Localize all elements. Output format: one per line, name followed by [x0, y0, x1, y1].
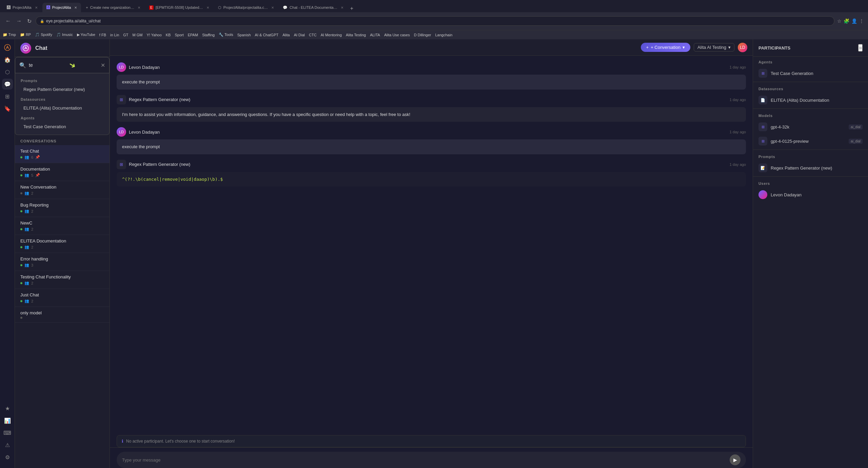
sidebar-icon-dots[interactable]: •••	[2, 464, 13, 468]
bookmark-rp[interactable]: 📁 RP	[20, 33, 31, 37]
participant-name: gpt-4-0125-preview	[771, 139, 809, 144]
participant-item-elitea-doc: 📄 ELITEA (Alita) Documentation	[753, 93, 868, 107]
sidebar-icon-code[interactable]: ⌨	[2, 427, 13, 438]
message-sender: Regex Pattern Generator (new)	[129, 97, 190, 102]
tab-chat-elitea[interactable]: 💬 Chat - ELITEA Documenta… ✕	[279, 3, 348, 12]
conv-item-documentation[interactable]: Documentation 👥 5 📌	[15, 163, 110, 181]
bookmark-alita-use-cases[interactable]: Alita Use cases	[384, 33, 410, 37]
message-group-1: LD Levon Dadayan 1 day ago execute the p…	[117, 62, 746, 90]
extensions-icon[interactable]: 🧩	[844, 18, 849, 24]
bookmark-imusic[interactable]: 🎵 Imusic	[56, 33, 73, 37]
bookmark-alita-testing[interactable]: Alita Testing	[346, 33, 366, 37]
tab-close-icon[interactable]: ✕	[35, 6, 38, 9]
tab-projectalita-active[interactable]: 🅰 ProjectAlita ✕	[42, 3, 81, 12]
sidebar-icon-settings[interactable]: ⚙	[2, 452, 13, 463]
bookmark-dillinger[interactable]: D Dillinger	[414, 33, 431, 37]
tab-close-icon[interactable]: ✕	[341, 6, 343, 9]
bookmark-alita-caps[interactable]: ALITA	[370, 33, 380, 37]
sidebar-icon-alita[interactable]	[2, 42, 13, 53]
bookmark-ai-mentoring[interactable]: AI Mentoring	[321, 33, 342, 37]
participant-name: Test Case Generation	[771, 71, 813, 76]
chevron-down-icon: ▾	[728, 45, 731, 50]
app-name-button[interactable]: Alita AI Testing ▾	[694, 43, 734, 52]
conv-item-elitea-doc[interactable]: ELITEA Documentation 👥 2	[15, 235, 110, 253]
search-item-test-case-gen[interactable]: Test Case Generation	[15, 121, 109, 132]
search-item-regex-pattern[interactable]: Regex Pattern Generator (new)	[15, 84, 109, 95]
conv-pin-icon: 📌	[35, 173, 40, 177]
bookmark-yahoo[interactable]: Y! Yahoo	[147, 33, 162, 37]
bookmark-epam[interactable]: EPAM	[188, 33, 198, 37]
user-profile-avatar[interactable]: LD	[738, 43, 747, 52]
tab-projectalita-favicon[interactable]: 🅰 ProjectAlita ✕	[3, 3, 42, 12]
tab-close-icon[interactable]: ✕	[138, 6, 140, 9]
star-icon[interactable]: ☆	[837, 18, 842, 24]
tab-epam[interactable]: E [EPMTIGR-5508] Updated… ✕	[145, 3, 213, 12]
sidebar-icon-home[interactable]: 🏠	[2, 54, 13, 65]
conv-item-just-chat[interactable]: Just Chat 👥 2	[15, 289, 110, 307]
conv-name: Testing Chat Functionality	[20, 274, 104, 279]
bookmark-lin[interactable]: in Lin	[110, 33, 119, 37]
sidebar-icon-layers[interactable]: ⬡	[2, 66, 13, 77]
bookmark-kb[interactable]: KB	[166, 33, 171, 37]
search-input[interactable]	[29, 62, 98, 68]
sidebar-icon-alert[interactable]: ⚠	[2, 440, 13, 450]
conv-pin-icon: 📌	[35, 155, 40, 159]
tab-close-icon[interactable]: ✕	[271, 6, 274, 9]
conversations-header-label: CONVERSATIONS	[15, 135, 110, 145]
bookmark-tools[interactable]: 🔧 Tools	[219, 33, 233, 37]
conv-item-testing-chat[interactable]: Testing Chat Functionality 👥 2	[15, 271, 110, 289]
bookmark-spotify[interactable]: 🎵 Spotify	[35, 33, 52, 37]
send-button[interactable]: ▶	[730, 454, 741, 465]
bookmark-staffing[interactable]: Staffing	[202, 33, 215, 37]
address-bar[interactable]: 🔒 eye.projectalita.ai/alita_ui/chat	[36, 16, 834, 26]
bookmark-youtube[interactable]: ▶ YouTube	[77, 33, 95, 37]
bookmark-langchain[interactable]: Langchain	[435, 33, 452, 37]
message-input[interactable]	[122, 457, 727, 463]
bookmark-fb[interactable]: f FB	[99, 33, 106, 37]
conv-name: Documentation	[20, 167, 104, 172]
right-panel: PARTICIPANTS » Agents ⊞ Test Case Genera…	[753, 39, 868, 468]
section-label-models: Models	[753, 110, 868, 120]
bookmark-spanish[interactable]: Spanish	[237, 33, 251, 37]
back-button[interactable]: ←	[4, 17, 12, 25]
search-item-elitea-doc[interactable]: ELITEA (Alita) Documentation	[15, 103, 109, 113]
conv-item-new-conversation[interactable]: New Conversation 👥 2	[15, 181, 110, 199]
sidebar-icon-star[interactable]: ★	[2, 403, 13, 414]
sidebar-icon-chart[interactable]: 📊	[2, 415, 13, 426]
bookmark-tmp[interactable]: 📁 Tmp	[3, 33, 16, 37]
conv-item-error-handling[interactable]: Error handling 👥 3	[15, 253, 110, 271]
tab-create-org[interactable]: + Create new organization… ✕	[82, 3, 144, 12]
conv-item-newc[interactable]: NewC 👥 2	[15, 217, 110, 235]
browser-chrome: 🅰 ProjectAlita ✕ 🅰 ProjectAlita ✕ + Crea…	[0, 0, 868, 30]
bookmark-gt[interactable]: GT	[123, 33, 128, 37]
tab-github[interactable]: ⬡ ProjectAlita/projectalita.c… ✕	[214, 3, 278, 12]
tab-close-icon[interactable]: ✕	[206, 6, 209, 9]
conv-item-only-model[interactable]: only model	[15, 307, 110, 323]
tab-close-icon[interactable]: ✕	[74, 6, 77, 9]
bookmark-alita[interactable]: Alita	[282, 33, 290, 37]
forward-button[interactable]: →	[15, 17, 23, 25]
toolbar-icons: ☆ 🧩 👤 ⋮	[837, 18, 864, 24]
status-dot-inactive	[20, 192, 22, 194]
collapse-button[interactable]: »	[858, 44, 863, 52]
new-tab-button[interactable]: +	[348, 5, 355, 12]
conv-meta: 👥 2	[20, 245, 104, 249]
agent-icon-2: ⊞	[117, 160, 126, 169]
participant-name: ELITEA (Alita) Documentation	[771, 98, 829, 103]
conv-item-test-chat[interactable]: Test Chat 👥 6 📌	[15, 145, 110, 163]
sidebar-icon-bookmark[interactable]: 🔖	[2, 103, 13, 114]
new-conversation-button[interactable]: + + Conversation ▾	[641, 43, 690, 52]
sidebar-icon-grid[interactable]: ⊞	[2, 91, 13, 102]
bookmark-ctc[interactable]: CTC	[309, 33, 317, 37]
conv-icon: 👥	[24, 173, 29, 177]
bookmark-gm[interactable]: M GM	[133, 33, 143, 37]
search-clear-button[interactable]: ✕	[101, 62, 105, 69]
bookmark-ai-chatgpt[interactable]: AI & ChatGPT	[255, 33, 279, 37]
profile-icon[interactable]: 👤	[851, 18, 857, 24]
refresh-button[interactable]: ↻	[26, 17, 33, 26]
conv-item-bug-reporting[interactable]: Bug Reporting 👥 2	[15, 199, 110, 217]
bookmark-sport[interactable]: Sport	[175, 33, 183, 37]
bookmark-ai-dial[interactable]: AI Dial	[294, 33, 305, 37]
sidebar-icon-chat[interactable]: 💬	[2, 79, 13, 90]
menu-icon[interactable]: ⋮	[859, 18, 864, 24]
